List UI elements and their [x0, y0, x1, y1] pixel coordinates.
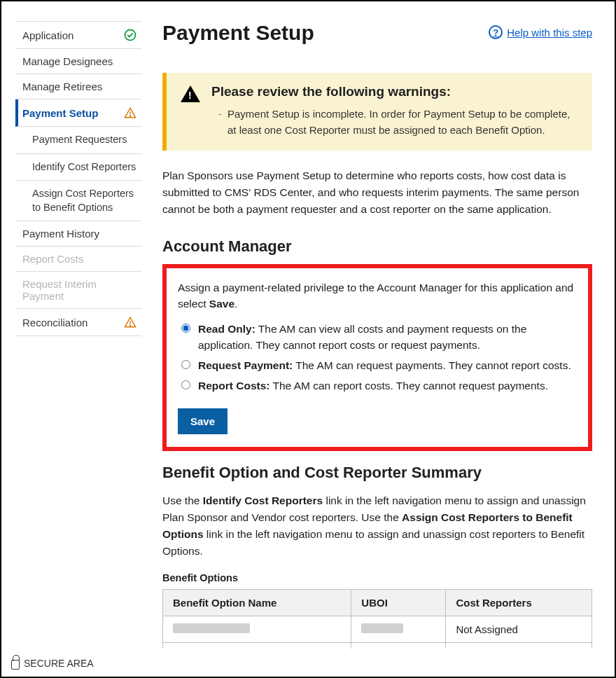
col-cost-reporters: Cost Reporters [446, 590, 592, 616]
sidebar-item-payment-setup[interactable]: Payment Setup [15, 99, 141, 127]
account-manager-highlight: Assign a payment-related privilege to th… [162, 264, 592, 451]
page-title: Payment Setup [162, 21, 314, 45]
am-instruction-bold: Save [209, 298, 234, 310]
help-link[interactable]: ? Help with this step [489, 25, 592, 39]
sidebar-nav: Application Manage Designees Manage Reti… [15, 21, 141, 649]
summary-p1: Use the [162, 494, 203, 506]
am-instruction: Assign a payment-related privilege to th… [178, 279, 577, 312]
sidebar-item-report-costs[interactable]: Report Costs [15, 247, 141, 272]
table-row: Not Assigned [163, 616, 592, 643]
sidebar-item-manage-designees[interactable]: Manage Designees [15, 49, 141, 74]
summary-heading: Benefit Option and Cost Reporter Summary [162, 464, 592, 482]
benefit-table-caption: Benefit Options [162, 572, 592, 583]
warning-triangle-icon [181, 85, 200, 102]
table-header-row: Benefit Option Name UBOI Cost Reporters [163, 590, 592, 616]
sidebar-label: Report Costs [22, 253, 84, 265]
option-request-payment[interactable]: Request Payment: The AM can request paym… [178, 357, 577, 373]
radio-report-costs[interactable] [181, 380, 190, 389]
warning-banner: Please review the following warnings: - … [162, 73, 592, 151]
sidebar-label: Identify Cost Reporters [32, 161, 136, 172]
sidebar-label: Request Interim Payment [22, 278, 137, 302]
option-text: Read Only: The AM can view all costs and… [198, 321, 577, 354]
page-header: Payment Setup ? Help with this step [162, 21, 592, 45]
option-text: Request Payment: The AM can request paym… [198, 357, 571, 373]
option-desc: The AM can request payments. They cannot… [293, 359, 570, 371]
content-wrap: Application Manage Designees Manage Reti… [1, 1, 615, 649]
radio-read-only[interactable] [181, 324, 190, 333]
question-circle-icon: ? [489, 25, 503, 39]
option-label: Read Only: [198, 323, 255, 335]
col-benefit-option-name: Benefit Option Name [163, 590, 351, 616]
sidebar-label: Payment History [22, 228, 99, 240]
warning-text: Payment Setup is incomplete. In order fo… [227, 106, 577, 138]
sidebar-item-request-interim-payment[interactable]: Request Interim Payment [15, 272, 141, 309]
sidebar-item-manage-retirees[interactable]: Manage Retirees [15, 74, 141, 99]
lock-icon [11, 660, 20, 670]
option-read-only[interactable]: Read Only: The AM can view all costs and… [178, 321, 577, 354]
main-content: Payment Setup ? Help with this step Plea… [162, 21, 592, 649]
summary-b1: Identify Cost Reporters [203, 494, 323, 506]
check-circle-icon [123, 28, 137, 42]
col-uboi: UBOI [351, 590, 446, 616]
warning-triangle-icon [123, 106, 137, 120]
redacted-text [173, 623, 250, 633]
summary-p3: link in the left navigation menu to assi… [162, 528, 584, 557]
save-button[interactable]: Save [178, 408, 227, 434]
help-link-label: Help with this step [507, 27, 592, 39]
benefit-options-table: Benefit Option Name UBOI Cost Reporters … [162, 589, 592, 649]
sidebar-item-reconciliation[interactable]: Reconciliation [15, 309, 141, 336]
intro-paragraph: Plan Sponsors use Payment Setup to deter… [162, 167, 592, 218]
cell-name [163, 643, 351, 649]
sidebar-label: Payment Setup [22, 107, 98, 119]
sidebar-label: Manage Designees [22, 55, 113, 67]
option-desc: The AM can report costs. They cannot req… [270, 380, 547, 392]
redacted-text [361, 623, 403, 633]
warning-triangle-icon [123, 315, 137, 329]
warning-body: Please review the following warnings: - … [211, 84, 577, 138]
account-manager-heading: Account Manager [162, 237, 592, 256]
option-label: Request Payment: [198, 359, 293, 371]
cell-reporters: Not Assigned [446, 616, 592, 643]
warning-item: - Payment Setup is incomplete. In order … [211, 106, 577, 138]
sidebar-label: Assign Cost Reporters to Benefit Options [32, 188, 134, 213]
summary-paragraph: Use the Identify Cost Reporters link in … [162, 492, 592, 560]
svg-point-4 [130, 325, 130, 326]
sidebar-label: Payment Requesters [32, 134, 127, 145]
warning-heading: Please review the following warnings: [211, 84, 577, 99]
sidebar-label: Application [22, 29, 74, 41]
secure-area-label: SECURE AREA [24, 658, 94, 669]
radio-request-payment[interactable] [181, 360, 190, 369]
table-row: Not Assigned [163, 643, 592, 649]
option-label: Report Costs: [198, 380, 270, 392]
svg-point-2 [130, 116, 130, 116]
cell-uboi [351, 616, 446, 643]
sidebar-item-application[interactable]: Application [15, 21, 141, 49]
cell-name [163, 616, 351, 643]
cell-reporters: Not Assigned [446, 643, 592, 649]
sidebar-sub-identify-cost-reporters[interactable]: Identify Cost Reporters [15, 154, 141, 181]
dash-icon: - [218, 106, 222, 138]
app-frame: Application Manage Designees Manage Reti… [0, 0, 616, 678]
cell-uboi [351, 643, 446, 649]
sidebar-sub-payment-requesters[interactable]: Payment Requesters [15, 127, 141, 154]
sidebar-label: Reconciliation [22, 317, 88, 328]
am-instruction-suffix: . [234, 298, 237, 310]
sidebar-sub-assign-cost-reporters[interactable]: Assign Cost Reporters to Benefit Options [15, 181, 141, 221]
secure-area-footer: SECURE AREA [11, 657, 94, 670]
sidebar-label: Manage Retirees [22, 81, 102, 92]
sidebar-item-payment-history[interactable]: Payment History [15, 221, 141, 247]
option-report-costs[interactable]: Report Costs: The AM can report costs. T… [178, 378, 577, 394]
option-text: Report Costs: The AM can report costs. T… [198, 378, 548, 394]
